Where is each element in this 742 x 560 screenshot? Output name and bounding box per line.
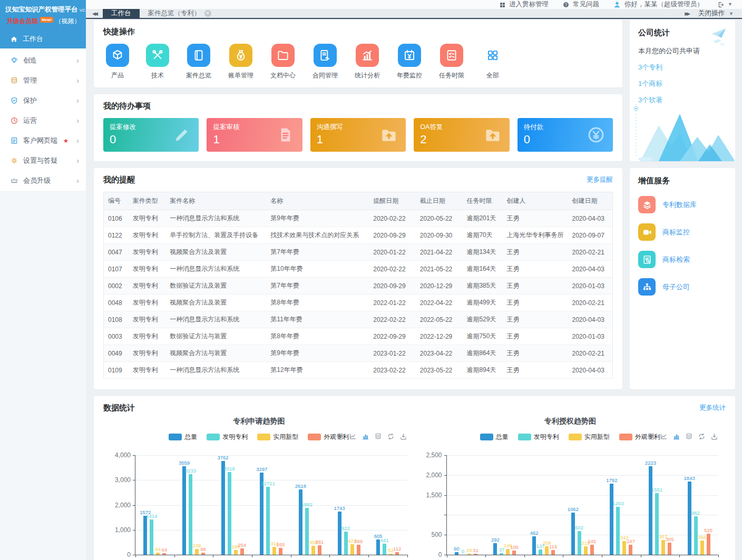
- table-cell: 2020-09-30: [416, 227, 463, 244]
- quick-action-6[interactable]: 合同管理: [310, 44, 340, 80]
- sidebar-item-5[interactable]: 客户网页端★›: [0, 131, 86, 151]
- table-cell: 2020-04-03: [568, 261, 613, 278]
- todo-card-2[interactable]: 提案审核1: [207, 118, 302, 152]
- enter-standard-management-link[interactable]: 进入贯标管理: [499, 0, 549, 9]
- stack-tool-icon[interactable]: [374, 432, 382, 440]
- logout-button[interactable]: ▼: [717, 1, 733, 8]
- todo-card-5[interactable]: 待付款0: [518, 118, 613, 152]
- linechart-tool-icon[interactable]: [349, 432, 357, 440]
- faq-link[interactable]: 常见问题: [562, 0, 599, 9]
- table-cell: 逾期164天: [462, 261, 502, 278]
- tools-icon: [151, 48, 164, 62]
- service-item-4[interactable]: 母子公司: [638, 278, 727, 296]
- sidebar-item-2[interactable]: 管理›: [0, 71, 86, 91]
- y-axis-label: 2,500: [426, 451, 442, 459]
- service-label: 商标监控: [662, 228, 690, 237]
- quick-action-9[interactable]: 任务时限: [436, 44, 467, 80]
- todo-card-4[interactable]: OA答复2: [414, 118, 509, 152]
- quick-action-1[interactable]: 产品: [103, 44, 132, 80]
- table-row[interactable]: 0047发明专利视频聚合方法及装置第7年年费2020-01-222021-04-…: [104, 244, 613, 261]
- legend-label: 实用新型: [273, 433, 298, 441]
- legend-item[interactable]: 总量: [169, 433, 197, 441]
- table-row[interactable]: 0108发明专利一种消息显示方法和系统第11年年费2022-02-222022-…: [104, 311, 613, 328]
- download-tool-icon[interactable]: [710, 432, 718, 440]
- dataview-tool-icon[interactable]: [336, 432, 344, 440]
- video-link[interactable]: （视频）: [55, 17, 80, 25]
- table-cell: 数据验证方法与装置: [165, 328, 266, 345]
- sidebar-item-3[interactable]: 保护›: [0, 91, 86, 111]
- chevron-right-icon: ›: [76, 56, 79, 65]
- quick-action-7[interactable]: 统计分析: [352, 44, 383, 80]
- legend-item[interactable]: 实用新型: [569, 433, 610, 441]
- sidebar-item-workbench[interactable]: 工作台: [0, 29, 86, 48]
- restore-tool-icon[interactable]: [698, 432, 706, 440]
- bar-总量-2015: 292: [493, 543, 497, 555]
- sidebar-item-label: 会员升级: [23, 176, 51, 185]
- reminders-panel: 我的提醒 更多提醒 编号案件类型案件名称名称提醒日期截止日期任务时限创建人创建日…: [94, 168, 622, 389]
- table-row[interactable]: 0107发明专利一种消息显示方法和系统第10年年费2020-02-222021-…: [104, 261, 613, 278]
- quick-action-4[interactable]: 账单管理: [226, 44, 256, 80]
- sidebar-item-7[interactable]: 会员升级›: [0, 171, 86, 191]
- table-cell: 发明专利: [129, 328, 166, 345]
- company-stat-link-3[interactable]: 3个软著: [638, 95, 727, 105]
- quick-action-10[interactable]: 全部: [479, 44, 507, 80]
- more-reminders-link[interactable]: 更多提醒: [587, 175, 613, 184]
- quick-action-5[interactable]: 文档中心: [268, 44, 298, 80]
- download-tool-icon[interactable]: [399, 432, 407, 440]
- todo-card-3[interactable]: 沟通撰写1: [310, 118, 406, 152]
- company-stat-link-2[interactable]: 1个商标: [638, 79, 727, 89]
- tab-workbench[interactable]: 工作台: [103, 9, 140, 18]
- service-item-1[interactable]: 专利数据库: [638, 196, 727, 213]
- todo-card-1[interactable]: 提案修改0: [103, 118, 199, 152]
- bar-实用新型-2017: 311: [272, 547, 276, 555]
- tabs-scroll-right-button[interactable]: ▶▶: [678, 9, 695, 18]
- barchart-tool-icon[interactable]: [672, 432, 680, 440]
- quick-action-3[interactable]: 案件总览: [183, 44, 214, 80]
- legend-item[interactable]: 实用新型: [257, 433, 298, 441]
- linechart-icon: [349, 433, 357, 440]
- barchart-tool-icon[interactable]: [362, 432, 369, 440]
- close-icon[interactable]: ✕: [204, 10, 211, 17]
- bar-group: 22231551367305: [641, 455, 680, 555]
- sidebar-item-6[interactable]: 设置与答疑›: [0, 151, 86, 171]
- table-row[interactable]: 0048发明专利视频聚合方法及装置第8年年费2022-01-222022-04-…: [104, 294, 613, 311]
- table-row[interactable]: 0109发明专利一种消息显示方法和系统第12年年费2023-02-222023-…: [104, 362, 613, 379]
- close-operations-dropdown[interactable]: 关闭操作▼: [695, 9, 742, 18]
- linechart-icon: [660, 433, 668, 440]
- sidebar-item-1[interactable]: 创造›: [0, 51, 86, 71]
- table-cell: 第10年年费: [266, 261, 369, 278]
- company-stat-link-1[interactable]: 3个专利: [638, 63, 727, 72]
- legend-item[interactable]: 发明专利: [207, 433, 248, 441]
- sidebar-item-4[interactable]: 运营›: [0, 111, 86, 131]
- restore-tool-icon[interactable]: [387, 432, 395, 440]
- table-row[interactable]: 0003发明专利数据验证方法与装置第8年年费2022-09-292022-12-…: [104, 328, 613, 345]
- table-cell: 2020-09-07: [568, 227, 613, 244]
- legend-item[interactable]: 总量: [480, 433, 509, 441]
- upgrade-member-link[interactable]: 升级会员版: [7, 17, 38, 25]
- table-row[interactable]: 0049发明专利视频聚合方法与装置第9年年费2023-01-222023-04-…: [104, 345, 613, 362]
- stack-tool-icon[interactable]: [685, 432, 693, 440]
- table-row[interactable]: 0122发明专利单手控制方法、装置及手持设备找技术效果与技术点的对应关系2020…: [104, 227, 613, 244]
- user-menu[interactable]: 你好，某某（超级管理员）: [613, 0, 704, 9]
- legend-label: 总量: [184, 433, 197, 441]
- y-axis-label: 1,500: [426, 492, 442, 499]
- quick-action-2[interactable]: 技术: [143, 44, 172, 80]
- tab-case-overview[interactable]: 案件总览（专利）✕: [140, 9, 220, 18]
- linechart-tool-icon[interactable]: [660, 432, 668, 440]
- dataview-tool-icon[interactable]: [647, 432, 655, 440]
- quick-action-8[interactable]: 年费监控: [394, 44, 425, 80]
- more-statistics-link[interactable]: 更多统计: [699, 404, 726, 412]
- table-cell: 2020-02-21: [568, 345, 613, 362]
- logout-icon: [717, 1, 725, 8]
- chart-plot-area: 4,0003,0002,0001,00001572141494643559323…: [135, 455, 407, 555]
- legend-label: 发明专利: [534, 433, 559, 441]
- bar-外观专利-2017: 265: [279, 548, 282, 555]
- service-item-2[interactable]: 商标监控: [638, 223, 727, 241]
- table-row[interactable]: 0002发明专利数据验证方法及装置第7年年费2020-09-292020-12-…: [104, 278, 613, 294]
- sidebar-item-label: 管理: [23, 76, 37, 85]
- legend-item[interactable]: 发明专利: [518, 433, 559, 441]
- tabs-scroll-left-button[interactable]: ◀◀: [86, 9, 103, 18]
- table-row[interactable]: 0106发明专利一种消息显示方法和系统第9年年费2020-02-222020-0…: [104, 210, 613, 227]
- service-item-3[interactable]: 商标检索: [638, 251, 727, 268]
- bar-总量-2015: 3559: [182, 466, 186, 555]
